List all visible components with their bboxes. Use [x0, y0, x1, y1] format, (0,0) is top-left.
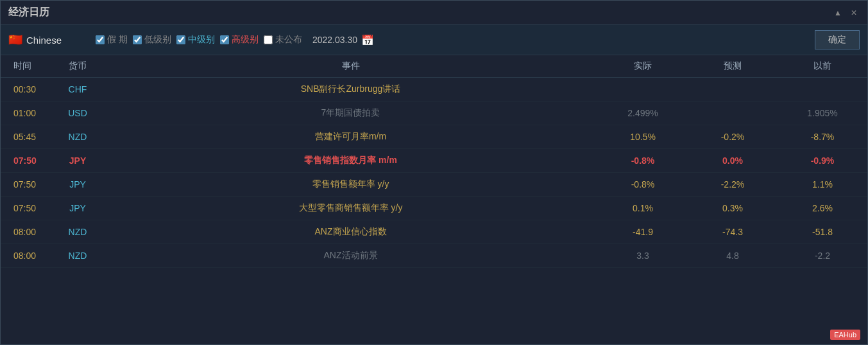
cell-previous: 1.1%	[778, 173, 867, 197]
cell-forecast: 0.3%	[688, 197, 778, 220]
cell-time: 07:50	[1, 197, 52, 220]
calendar-icon[interactable]: 📅	[361, 34, 374, 46]
cell-event: SNB副行长Zurbrugg讲话	[103, 78, 598, 102]
col-currency: 货币	[52, 55, 103, 78]
cell-previous: -51.8	[778, 220, 867, 244]
cell-forecast: 4.8	[688, 244, 778, 268]
cell-time: 00:30	[1, 78, 52, 102]
checkbox-holiday-label: 假 期	[107, 34, 128, 46]
language-label: Chinese	[26, 35, 62, 46]
cell-time: 01:00	[1, 102, 52, 125]
cell-event: 大型零售商销售额年率 y/y	[103, 197, 598, 220]
checkbox-mid-label: 中级别	[188, 34, 215, 46]
cell-event: 零售销售指数月率 m/m	[103, 149, 598, 173]
table-row: 08:00NZDANZ商业信心指数-41.9-74.3-51.8	[1, 220, 867, 244]
table-header-row: 时间 货币 事件 实际 预测 以前	[1, 55, 867, 78]
col-event: 事件	[103, 55, 598, 78]
col-time: 时间	[1, 55, 52, 78]
cell-currency: NZD	[52, 125, 103, 149]
cell-actual	[598, 78, 688, 102]
date-value: 2022.03.30	[312, 35, 357, 45]
table-container: 时间 货币 事件 实际 预测 以前 00:30CHFSNB副行长Zurbrugg…	[1, 55, 867, 344]
cell-currency: USD	[52, 102, 103, 125]
cell-event: ANZ活动前景	[103, 244, 598, 268]
cell-actual: -0.8%	[598, 149, 688, 173]
cell-previous: -8.7%	[778, 125, 867, 149]
title-bar: 经济日历 ▲ ✕	[1, 1, 867, 25]
cell-previous: -2.2	[778, 244, 867, 268]
cell-time: 07:50	[1, 149, 52, 173]
cell-forecast	[688, 78, 778, 102]
flag-icon: 🇨🇳	[8, 33, 22, 47]
cell-currency: NZD	[52, 220, 103, 244]
cell-event: ANZ商业信心指数	[103, 220, 598, 244]
cell-actual: 2.499%	[598, 102, 688, 125]
cell-time: 08:00	[1, 220, 52, 244]
col-actual: 实际	[598, 55, 688, 78]
cell-event: 7年期国债拍卖	[103, 102, 598, 125]
cell-event: 营建许可月率m/m	[103, 125, 598, 149]
cell-actual: 0.1%	[598, 197, 688, 220]
cell-currency: NZD	[52, 244, 103, 268]
cell-forecast: -0.2%	[688, 125, 778, 149]
filter-checkboxes: 假 期 低级别 中级别 高级别 未公布	[96, 34, 302, 46]
checkbox-low[interactable]: 低级别	[133, 34, 171, 46]
events-table: 时间 货币 事件 实际 预测 以前 00:30CHFSNB副行长Zurbrugg…	[1, 55, 867, 268]
table-row: 07:50JPY零售销售指数月率 m/m-0.8%0.0%-0.9%	[1, 149, 867, 173]
table-body: 00:30CHFSNB副行长Zurbrugg讲话01:00USD7年期国债拍卖2…	[1, 78, 867, 268]
confirm-button[interactable]: 确定	[815, 30, 860, 49]
cell-event: 零售销售额年率 y/y	[103, 173, 598, 197]
table-row: 08:00NZDANZ活动前景3.34.8-2.2	[1, 244, 867, 268]
cell-time: 05:45	[1, 125, 52, 149]
checkbox-high-label: 高级别	[232, 34, 259, 46]
checkbox-holiday[interactable]: 假 期	[96, 34, 128, 46]
cell-previous: 2.6%	[778, 197, 867, 220]
toolbar: 🇨🇳 Chinese 假 期 低级别 中级别 高级别 未公布	[1, 25, 867, 55]
col-previous: 以前	[778, 55, 867, 78]
table-row: 07:50JPY零售销售额年率 y/y-0.8%-2.2%1.1%	[1, 173, 867, 197]
cell-actual: -41.9	[598, 220, 688, 244]
cell-forecast: 0.0%	[688, 149, 778, 173]
window-title: 经济日历	[8, 6, 49, 19]
table-row: 01:00USD7年期国债拍卖2.499%1.905%	[1, 102, 867, 125]
cell-currency: CHF	[52, 78, 103, 102]
cell-previous	[778, 78, 867, 102]
cell-currency: JPY	[52, 197, 103, 220]
checkbox-low-label: 低级别	[144, 34, 171, 46]
eahub-branding: EAHub	[830, 330, 860, 340]
checkbox-unpublished-label: 未公布	[275, 34, 302, 46]
date-field: 2022.03.30 📅	[312, 34, 374, 46]
cell-forecast	[688, 102, 778, 125]
cell-previous: 1.905%	[778, 102, 867, 125]
language-selector[interactable]: 🇨🇳 Chinese	[8, 33, 85, 47]
cell-currency: JPY	[52, 149, 103, 173]
cell-previous: -0.9%	[778, 149, 867, 173]
main-window: 经济日历 ▲ ✕ 🇨🇳 Chinese 假 期 低级别 中级别	[0, 0, 868, 345]
table-row: 07:50JPY大型零售商销售额年率 y/y0.1%0.3%2.6%	[1, 197, 867, 220]
checkbox-unpublished[interactable]: 未公布	[264, 34, 302, 46]
table-row: 05:45NZD营建许可月率m/m10.5%-0.2%-8.7%	[1, 125, 867, 149]
minimize-button[interactable]: ▲	[831, 7, 844, 19]
cell-time: 07:50	[1, 173, 52, 197]
cell-actual: 10.5%	[598, 125, 688, 149]
cell-currency: JPY	[52, 173, 103, 197]
window-controls: ▲ ✕	[831, 7, 860, 19]
col-forecast: 预测	[688, 55, 778, 78]
cell-time: 08:00	[1, 244, 52, 268]
cell-actual: -0.8%	[598, 173, 688, 197]
cell-forecast: -74.3	[688, 220, 778, 244]
close-button[interactable]: ✕	[848, 7, 860, 19]
checkbox-high[interactable]: 高级别	[220, 34, 259, 46]
cell-forecast: -2.2%	[688, 173, 778, 197]
cell-actual: 3.3	[598, 244, 688, 268]
checkbox-mid[interactable]: 中级别	[176, 34, 215, 46]
table-row: 00:30CHFSNB副行长Zurbrugg讲话	[1, 78, 867, 102]
